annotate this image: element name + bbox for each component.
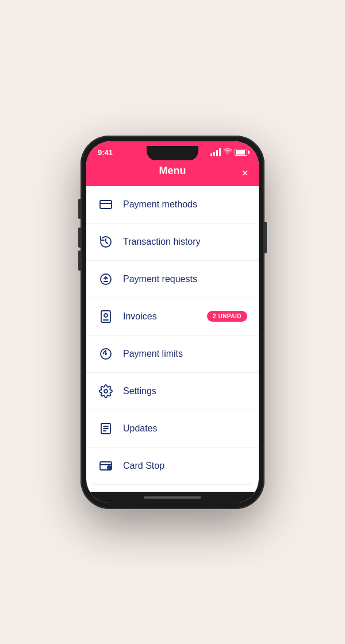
menu-item-payment-requests[interactable]: Payment requests: [86, 261, 259, 298]
menu-item-invoices[interactable]: Invoices 2 UNPAID: [86, 298, 259, 336]
time-display: 9:41: [98, 148, 113, 157]
menu-item-settings[interactable]: Settings: [86, 373, 259, 410]
menu-header: Menu ×: [86, 160, 259, 186]
menu-label-settings: Settings: [123, 386, 247, 396]
menu-item-transaction-history[interactable]: Transaction history: [86, 223, 259, 261]
svg-point-6: [105, 353, 106, 354]
menu-item-info[interactable]: Info: [86, 485, 259, 492]
payment-limits-icon: [98, 346, 114, 362]
home-indicator: [86, 492, 259, 503]
menu-label-payment-requests: Payment requests: [123, 274, 247, 284]
payment-request-icon: [98, 271, 114, 287]
updates-icon: [98, 421, 114, 437]
status-icons: [210, 148, 247, 157]
wifi-icon: [224, 148, 232, 157]
menu-label-payment-limits: Payment limits: [123, 349, 247, 359]
svg-rect-3: [101, 311, 110, 322]
menu-label-transaction-history: Transaction history: [123, 237, 247, 247]
clock-history-icon: [98, 234, 114, 250]
close-button[interactable]: ×: [241, 167, 248, 179]
menu-label-invoices: Invoices: [123, 311, 207, 322]
phone-frame: 9:41: [80, 136, 264, 509]
invoice-icon: [98, 308, 114, 325]
phone-screen: 9:41: [86, 141, 259, 503]
header-title: Menu: [159, 165, 186, 177]
svg-rect-0: [100, 200, 112, 209]
menu-list: Payment methods Transaction history: [86, 186, 259, 492]
home-bar: [144, 496, 201, 499]
svg-point-4: [104, 314, 108, 317]
menu-label-payment-methods: Payment methods: [123, 199, 247, 210]
menu-item-payment-methods[interactable]: Payment methods: [86, 186, 259, 223]
battery-icon: [235, 149, 247, 156]
settings-icon: [98, 383, 114, 399]
menu-item-updates[interactable]: Updates: [86, 410, 259, 448]
card-stop-icon: [98, 458, 114, 474]
signal-icon: [210, 148, 221, 156]
status-bar: 9:41: [86, 141, 259, 160]
credit-card-icon: [98, 196, 114, 213]
svg-point-7: [104, 390, 108, 393]
menu-label-updates: Updates: [123, 423, 247, 434]
invoices-badge: 2 UNPAID: [207, 311, 247, 322]
notch: [147, 146, 198, 161]
menu-item-payment-limits[interactable]: Payment limits: [86, 336, 259, 373]
menu-label-card-stop: Card Stop: [123, 461, 247, 471]
menu-item-card-stop[interactable]: Card Stop: [86, 448, 259, 485]
